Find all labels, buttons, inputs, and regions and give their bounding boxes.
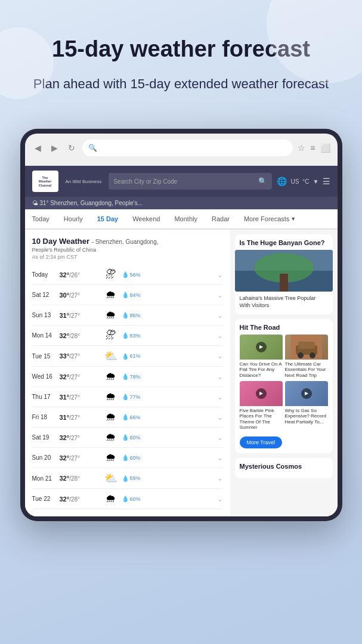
expand-icon[interactable]: ⌄ <box>217 393 223 401</box>
forecast-row[interactable]: Tue 15 33°/27° ⛅ 💧61% ⌄ <box>32 346 223 367</box>
gas-image: ▶ <box>285 381 328 406</box>
expand-icon[interactable]: ⌄ <box>217 291 223 299</box>
hamburger-icon[interactable]: ☰ <box>323 177 330 186</box>
search-bar[interactable]: Search City or Zip Code 🔍 <box>109 173 272 190</box>
expand-icon[interactable]: ⌄ <box>217 271 223 279</box>
forecast-temps: 31°/27° <box>60 414 100 421</box>
forecast-temps: 32°/27° <box>60 454 100 462</box>
browser-chrome: ◀ ▶ ↻ 🔍 ☆ ≡ ⬜ <box>25 134 338 166</box>
play-button[interactable]: ▶ <box>301 388 312 399</box>
hit-road-title: Hit The Road <box>240 324 328 331</box>
forecast-row[interactable]: Sat 19 32°/27° 🌧 💧60% ⌄ <box>32 428 223 448</box>
tab-15day[interactable]: 15 Day <box>90 209 125 230</box>
tab-today[interactable]: Today <box>25 209 57 230</box>
chevron-down-icon: ▼ <box>290 216 296 222</box>
forecast-title: 10 Day Weather - Shenzhen, Guangdong, <box>32 237 223 246</box>
forecast-row[interactable]: Today 32°/26° ⛈ 💧56% ⌄ <box>32 265 223 285</box>
forecast-row[interactable]: Mon 21 32°/28° ⛅ 💧59% ⌄ <box>32 468 223 489</box>
forecast-row[interactable]: Fri 18 31°/27° 🌧 💧66% ⌄ <box>32 407 223 428</box>
tab-icon[interactable]: ⬜ <box>320 143 330 153</box>
back-button[interactable]: ◀ <box>32 142 44 154</box>
header-right: 🌐 US °C ▼ ☰ <box>277 177 330 186</box>
tab-monthly[interactable]: Monthly <box>167 209 205 230</box>
play-button[interactable]: ▶ <box>256 388 267 399</box>
unit-text: °C <box>302 178 309 185</box>
more-travel-button[interactable]: More Travel <box>240 436 283 448</box>
search-placeholder: Search City or Zip Code <box>113 178 256 185</box>
forecast-day: Fri 18 <box>32 414 57 420</box>
forecast-time: As of 2:34 pm CST <box>32 254 223 260</box>
tab-hourly[interactable]: Hourly <box>57 209 90 230</box>
forecast-row[interactable]: Sun 13 31°/27° 🌧 💧86% ⌄ <box>32 305 223 326</box>
toolbar-icons: ☆ ≡ ⬜ <box>298 143 330 153</box>
ibm-text: An IBM Business <box>66 179 102 184</box>
star-icon[interactable]: ☆ <box>298 143 305 153</box>
weather-icon: 🌧 <box>103 431 119 444</box>
forecast-day: Sat 19 <box>32 434 57 441</box>
expand-icon[interactable]: ⌄ <box>217 311 223 320</box>
forecast-temps: 32°/26° <box>60 271 100 278</box>
menu-icon[interactable]: ≡ <box>310 143 315 153</box>
forecast-row[interactable]: Tue 22 32°/28° 🌧 💧60% ⌄ <box>32 489 223 509</box>
flat-tire-image: ▶ <box>240 335 283 360</box>
rain-chance: 💧77% <box>122 394 215 400</box>
play-button[interactable]: ▶ <box>256 342 267 352</box>
news-thumb-barbie[interactable]: ▶ Five Barbie Pink Places For The Theme … <box>240 381 283 431</box>
weather-logo: TheWeatherChannel <box>32 171 58 192</box>
forecast-row[interactable]: Wed 16 32°/27° 🌧 💧78% ⌄ <box>32 367 223 387</box>
rain-chance: 💧86% <box>122 312 215 318</box>
news-thumb-car-essentials[interactable]: The Ultimate Car Essentials For Your Nex… <box>285 335 328 379</box>
weather-icon: 🌧 <box>103 391 119 403</box>
forward-button[interactable]: ▶ <box>49 142 61 154</box>
news-thumb-flat-tire[interactable]: ▶ Can You Drive On A Flat Tire For Any D… <box>240 335 283 379</box>
forecast-temps: 30°/27° <box>60 292 100 299</box>
svg-point-7 <box>298 352 304 358</box>
weather-icon: 🌧 <box>103 370 119 383</box>
expand-icon[interactable]: ⌄ <box>217 332 223 340</box>
banyan-title: Is The Huge Banyan Gone? <box>235 234 333 250</box>
expand-icon[interactable]: ⌄ <box>217 454 223 462</box>
tab-more-forecasts[interactable]: More Forecasts ▼ <box>237 209 303 230</box>
right-panel: Is The Huge Banyan Gone? Lahaina's Massi… <box>230 230 338 516</box>
hero-subtitle: Plan ahead with 15-day extended weather … <box>24 75 338 94</box>
banyan-card[interactable]: Is The Huge Banyan Gone? Lahaina's Massi… <box>235 234 333 314</box>
forecast-row[interactable]: Sat 12 30°/27° 🌧 💧84% ⌄ <box>32 285 223 305</box>
forecast-day: Tue 15 <box>32 353 57 360</box>
expand-icon[interactable]: ⌄ <box>217 495 223 503</box>
forecast-row[interactable]: Thu 17 31°/27° 🌧 💧77% ⌄ <box>32 387 223 407</box>
forecast-temps: 32°/27° <box>60 373 100 380</box>
forecast-day: Mon 14 <box>32 332 57 339</box>
refresh-button[interactable]: ↻ <box>66 142 78 154</box>
expand-icon[interactable]: ⌄ <box>217 413 223 422</box>
rain-chance: 💧84% <box>122 292 215 298</box>
tab-radar[interactable]: Radar <box>205 209 237 230</box>
weather-icon: ⛅ <box>103 472 119 485</box>
forecast-temps: 33°/27° <box>60 352 100 360</box>
globe-icon: 🌐 <box>277 177 287 186</box>
forecast-temps: 32°/28° <box>60 332 100 339</box>
forecast-temps: 31°/27° <box>60 394 100 401</box>
forecast-row[interactable]: Sun 20 32°/27° 🌧 💧60% ⌄ <box>32 448 223 468</box>
news-thumb-gas[interactable]: ▶ Why Is Gas So Expensive? Record Heat P… <box>285 381 328 431</box>
expand-icon[interactable]: ⌄ <box>217 434 223 442</box>
weather-icon: 🌧 <box>103 493 119 505</box>
forecast-day: Sun 13 <box>32 312 57 318</box>
location-display: 🌤 31° Shenzhen, Guangdong, People's... <box>32 200 143 206</box>
weather-icon: 🌧 <box>103 309 119 321</box>
tab-weekend[interactable]: Weekend <box>125 209 167 230</box>
region-text: US <box>290 178 299 185</box>
forecast-day: Wed 16 <box>32 373 57 380</box>
forecast-temps: 32°/28° <box>60 496 100 503</box>
address-bar[interactable]: 🔍 <box>82 140 293 156</box>
phone-mockup: ◀ ▶ ↻ 🔍 ☆ ≡ ⬜ TheWeatherChannel An IBM B… <box>20 129 342 521</box>
forecast-temps: 32°/28° <box>60 475 100 482</box>
barbie-text: Five Barbie Pink Places For The Theme Of… <box>240 408 283 431</box>
expand-icon[interactable]: ⌄ <box>217 373 223 381</box>
weather-app: TheWeatherChannel An IBM Business Search… <box>25 166 338 516</box>
forecast-location-inline: - Shenzhen, Guangdong, <box>92 239 159 245</box>
expand-icon[interactable]: ⌄ <box>217 352 223 360</box>
forecast-day: Sun 20 <box>32 454 57 461</box>
forecast-country: People's Republic of China <box>32 247 223 253</box>
forecast-row[interactable]: Mon 14 32°/28° ⛈ 💧83% ⌄ <box>32 326 223 346</box>
expand-icon[interactable]: ⌄ <box>217 474 223 482</box>
